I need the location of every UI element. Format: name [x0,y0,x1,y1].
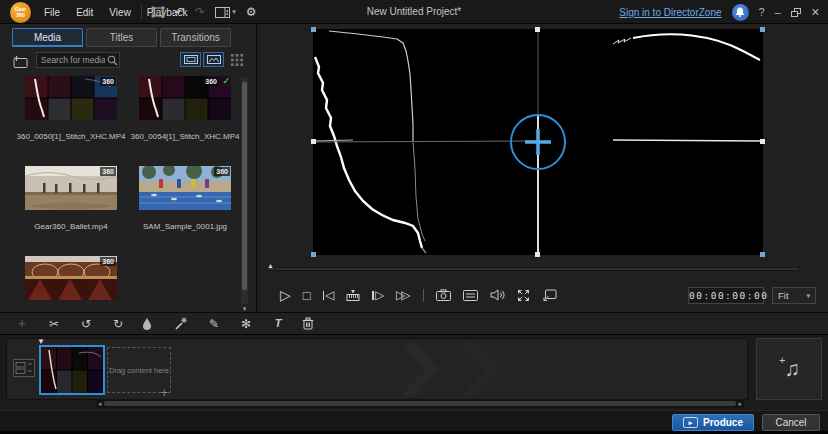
photo-view-toggle[interactable] [203,52,224,67]
stop-button[interactable]: □ [303,289,311,302]
media-item[interactable]: 360 ✓ 360_0054[1]_Stitch_XHC.MP4 [132,76,238,166]
video-track-header-icon[interactable] [13,359,35,377]
media-thumbnail[interactable]: 360 ✓ [139,76,231,120]
media-thumbnail[interactable]: 360 [25,256,117,300]
notification-bell-icon[interactable] [732,4,749,21]
media-thumbnail[interactable]: 360 [25,166,117,210]
playback-controls: ▷ □ ◁ ▷ ▷▷ [258,280,828,310]
effects-pen-icon[interactable]: ✎ [206,318,222,330]
resize-handle-middle-right[interactable] [760,139,765,144]
media-item[interactable]: 360 Gear360_Ballet.mp4 [18,166,124,256]
sign-in-link[interactable]: Sign in to DirectorZone [619,7,721,18]
help-button[interactable]: ? [759,7,765,18]
split-scissors-icon[interactable]: ✂ [46,318,62,330]
import-media-button[interactable] [10,53,30,69]
resize-handle-middle-left[interactable] [311,139,316,144]
fullscreen-icon[interactable] [517,289,530,302]
scroll-right-arrow[interactable]: ▸ [736,400,744,407]
scrollbar-thumb[interactable] [104,401,737,406]
media-item[interactable]: 360 SAM_Sample_0001.jpg [132,166,238,256]
video-view-toggle[interactable] [180,52,201,67]
undo-icon[interactable]: ↶ [175,6,185,18]
volume-speaker-icon[interactable] [490,289,505,301]
color-droplet-icon[interactable] [142,317,158,330]
move-tool-icon[interactable]: + [14,318,30,330]
popout-window-icon[interactable] [542,289,557,302]
preview-seek-bar[interactable]: ▲ [267,264,800,274]
previous-frame-button[interactable]: ◁ [323,289,335,301]
titlebar: Gear 360 File Edit View Playback ↶ ↷ ▾ ⚙… [0,0,828,24]
produce-film-icon: ▸ [683,417,698,428]
clip-duration-label: 00:00:43:14 [59,398,101,400]
resize-handle-bottom-middle[interactable] [535,252,540,257]
restore-button[interactable] [791,8,801,17]
transport-buttons: ▷ □ ◁ ▷ ▷▷ [280,280,557,310]
title-text-tool-icon[interactable]: T [270,318,286,329]
media-item[interactable]: 360 360_0050[1]_Stitch_XHC.MP4 [18,76,124,166]
room-layout-dropdown[interactable]: ▾ [215,7,236,18]
media-thumbnail[interactable]: 360 [139,166,231,210]
video-frame-360 [313,29,763,255]
next-frame-button[interactable]: ▷ [372,289,384,301]
timeline-clip[interactable] [39,345,105,395]
chevron-down-icon: ▾ [806,292,810,300]
seek-marker[interactable]: ▲ [267,262,274,269]
zoom-fit-dropdown[interactable]: Fit ▾ [772,287,816,304]
cancel-button[interactable]: Cancel [762,414,820,431]
close-button[interactable]: ✕ [811,7,820,18]
timeline-track-area[interactable]: ▼ Drag content here + 00:00:43:14 [6,338,748,400]
settings-gear-icon[interactable]: ⚙ [246,6,257,18]
video-viewport[interactable] [313,29,763,255]
rotate-right-icon[interactable]: ↻ [110,318,126,330]
search-icon [107,55,119,66]
scroll-left-arrow[interactable]: ◂ [96,400,104,407]
badge-360: 360 [100,77,116,86]
titlebar-toolbar: ↶ ↷ ▾ ⚙ [151,0,256,24]
play-button[interactable]: ▷ [280,288,291,302]
search-input[interactable] [37,55,107,65]
menu-edit[interactable]: Edit [76,7,93,18]
playhead-marker[interactable]: ▼ [37,338,45,346]
grid-view-icon[interactable] [231,54,243,66]
tab-transitions[interactable]: Transitions [160,28,231,47]
resize-handle-top-right[interactable] [760,27,765,32]
rotate-left-icon[interactable]: ↺ [78,318,94,330]
timeline-horizontal-scrollbar[interactable]: ◂ ▸ [96,399,744,408]
media-item-label: Gear360_Ballet.mp4 [15,222,127,231]
seek-ruler-icon[interactable] [346,289,360,302]
menu-file[interactable]: File [44,7,60,18]
background-music-track[interactable]: + ♫ [756,338,822,400]
particle-effect-icon[interactable]: ✻ [238,318,254,330]
app-logo: Gear 360 [10,2,31,23]
resize-handle-top-middle[interactable] [535,27,540,32]
drop-hint-text: Drag content here [109,366,169,375]
media-item[interactable]: 360 [18,256,124,312]
library-scrollbar-thumb[interactable] [242,82,247,290]
photo-mountain-icon [207,55,221,64]
snapshot-camera-icon[interactable] [436,289,451,301]
menu-view[interactable]: View [109,7,131,18]
redo-icon[interactable]: ↷ [195,6,205,18]
preview-panel: ▲ ▷ □ ◁ ▷ ▷▷ [258,24,828,312]
media-thumbnail[interactable]: 360 [25,76,117,120]
tab-titles[interactable]: Titles [86,28,157,47]
scroll-down-arrow[interactable]: ▾ [240,305,249,312]
produce-button[interactable]: ▸ Produce [672,414,754,431]
resize-handle-bottom-right[interactable] [760,252,765,257]
resize-handle-bottom-left[interactable] [311,252,316,257]
media-library-panel: Media Titles Transitions [0,24,257,312]
library-scrollbar[interactable] [241,78,248,304]
drop-content-zone[interactable]: Drag content here + [107,347,171,393]
capture-icon[interactable] [151,6,165,18]
titlebar-right: Sign in to DirectorZone ? – ✕ [619,0,820,24]
resize-handle-top-left[interactable] [311,27,316,32]
clip-thumbnail [41,347,103,393]
minimize-button[interactable]: – [775,7,781,18]
tab-media[interactable]: Media [12,28,83,47]
seek-track[interactable] [267,267,800,271]
display-options-icon[interactable] [463,290,478,301]
fast-forward-button[interactable]: ▷▷ [396,289,410,301]
delete-trash-icon[interactable] [302,317,318,330]
fix-enhance-wand-icon[interactable] [174,317,190,331]
badge-360: 360 [100,257,116,266]
